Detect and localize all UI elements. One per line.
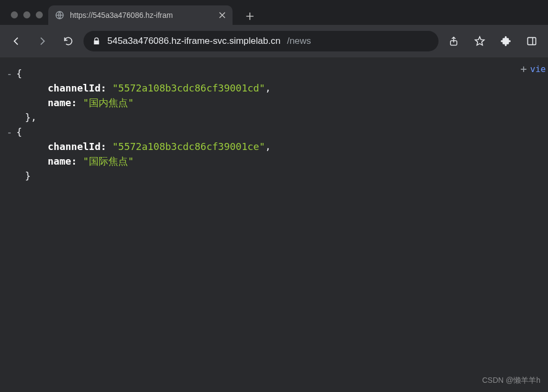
share-button[interactable] — [443, 30, 465, 52]
panel-button[interactable] — [521, 30, 543, 52]
window-maximize-icon[interactable] — [36, 11, 43, 18]
brace-close: }, — [25, 110, 37, 125]
window-minimize-icon[interactable] — [23, 11, 30, 18]
collapse-toggle[interactable]: - — [7, 125, 16, 139]
window-controls — [5, 11, 48, 25]
json-key: channelId — [48, 139, 101, 154]
extensions-button[interactable] — [495, 30, 517, 52]
window-close-icon[interactable] — [11, 11, 18, 18]
tab-title: https://545a3a476086.hz-ifram — [70, 11, 213, 19]
address-bar[interactable]: 545a3a476086.hz-iframe-svc.simplelab.cn/… — [83, 31, 439, 51]
expand-all-button[interactable]: + — [520, 62, 527, 76]
colon: : — [101, 139, 113, 154]
json-key: name — [48, 154, 71, 168]
json-string: "5572a108b3cdc86cf39001cd" — [112, 81, 265, 95]
close-icon[interactable] — [218, 11, 226, 19]
colon: : — [71, 154, 83, 168]
forward-button[interactable] — [31, 30, 53, 52]
json-string: "国际焦点" — [83, 154, 134, 168]
json-string: "5572a108b3cdc86cf39001ce" — [112, 139, 265, 154]
colon: : — [71, 95, 83, 110]
json-string: "国内焦点" — [83, 95, 134, 110]
globe-icon — [55, 10, 65, 20]
brace-open: { — [16, 125, 22, 139]
colon: : — [101, 81, 113, 95]
back-button[interactable] — [5, 30, 27, 52]
json-key: channelId — [48, 81, 101, 95]
toolbar: 545a3a476086.hz-iframe-svc.simplelab.cn/… — [0, 25, 548, 57]
lock-icon — [92, 37, 101, 45]
url-path: /news — [287, 36, 311, 47]
collapse-toggle[interactable]: - — [7, 66, 16, 81]
svg-rect-2 — [528, 37, 536, 44]
reload-button[interactable] — [57, 30, 79, 52]
brace-close: } — [25, 168, 31, 183]
watermark: CSDN @懒羊羊h — [482, 373, 540, 388]
comma: , — [265, 139, 271, 154]
json-key: name — [48, 95, 71, 110]
url-host: 545a3a476086.hz-iframe-svc.simplelab.cn — [107, 36, 280, 47]
brace-open: { — [16, 66, 22, 81]
comma: , — [265, 81, 271, 95]
new-tab-button[interactable] — [240, 11, 260, 22]
viewer-actions: + vie — [520, 62, 546, 76]
browser-tab[interactable]: https://545a3a476086.hz-ifram — [48, 5, 233, 25]
bookmark-button[interactable] — [469, 30, 491, 52]
view-source-link[interactable]: vie — [530, 62, 546, 76]
json-viewer: + vie -{ channelId: "5572a108b3cdc86cf39… — [0, 57, 548, 392]
tab-bar: https://545a3a476086.hz-ifram — [0, 0, 548, 25]
